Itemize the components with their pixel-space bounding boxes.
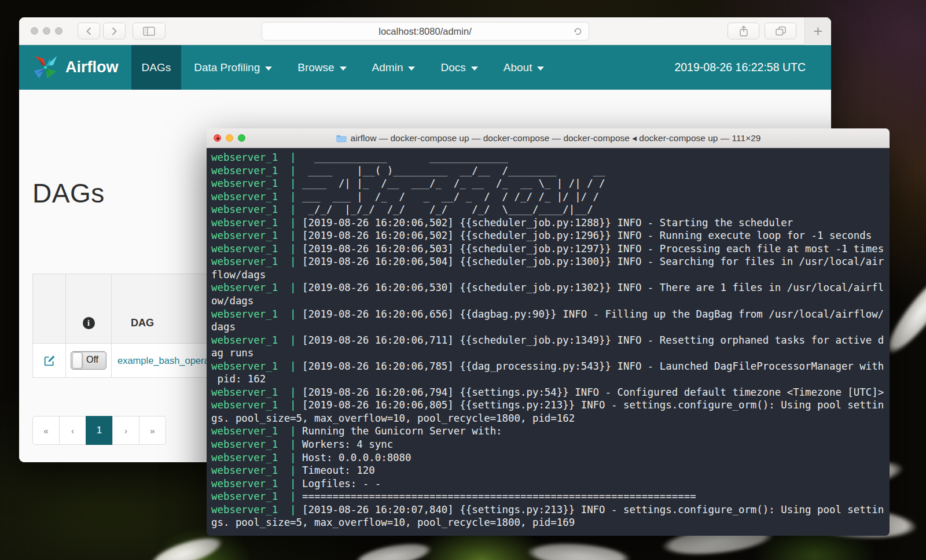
dag-pause-toggle[interactable]: Off [71,351,106,370]
zoom-window-button[interactable] [55,27,63,35]
info-icon[interactable]: i [83,317,95,329]
chevron-left-icon [86,27,92,36]
share-icon [738,25,749,37]
dag-link[interactable]: example_bash_operator [112,355,221,366]
log-prefix: webserver_1 | [211,191,302,202]
reload-icon[interactable] [572,26,583,37]
log-prefix: webserver_1 | [211,243,302,255]
nav-item-dags[interactable]: DAGs [131,45,182,90]
log-text: Running the Gunicorn Server with: [302,425,502,437]
log-prefix: webserver_1 | [211,399,302,411]
log-text: pid: 162 [211,373,266,385]
log-prefix: webserver_1 | [211,217,302,229]
page-title: DAGs [32,178,105,209]
terminal-window: airflow — docker-compose up — docker-com… [207,128,890,536]
terminal-log-line: webserver_1 | Workers: 4 sync [211,438,890,451]
airflow-brand-label: Airflow [65,58,119,76]
share-button[interactable] [727,23,759,39]
log-prefix: webserver_1 | [211,334,302,346]
browser-toolbar: localhost:8080/admin/ [19,17,831,45]
log-text: [2019-08-26 16:20:06,785] {{dag_processi… [302,360,884,372]
terminal-log-line: webserver_1 | [2019-08-26 16:20:06,502] … [211,216,890,230]
terminal-log-line: webserver_1 | [2019-08-26 16:20:06,656] … [211,308,890,321]
log-text: ___ ___ | /_ / _ __/ _ / / /_/ /_ |/ |/ … [302,191,599,202]
nav-item-browse[interactable]: Browse [285,45,359,90]
log-prefix: webserver_1 | [211,308,302,320]
tab-overview-button[interactable] [765,23,796,39]
log-text: [2019-08-26 16:20:06,502] {{scheduler_jo… [302,230,872,241]
terminal-log-line: pid: 162 [211,373,890,386]
terminal-log-line: webserver_1 | ____ /| |_ /__ ___/_ /_ __… [211,177,890,190]
nav-item-label: DAGs [142,61,171,74]
log-text: _/_/ |_/_/ /_/ /_/ /_/ \____/____/|__/ [302,204,593,215]
log-prefix: webserver_1 | [211,204,302,215]
log-text: dags [211,321,236,333]
terminal-output[interactable]: webserver_1 | ____________ _____________… [207,148,890,536]
log-prefix: webserver_1 | [211,465,302,476]
close-window-button[interactable] [214,134,221,142]
log-prefix: webserver_1 | [211,256,302,267]
page-prev-button[interactable]: ‹ [59,416,86,445]
terminal-window-controls [214,134,245,142]
log-text: gs. pool_size=5, max_overflow=10, pool_r… [211,412,575,424]
airflow-logo-icon [32,54,59,81]
log-text: ____ /| |_ /__ ___/_ /_ __ /_ __ \_ | /|… [302,178,605,189]
log-text: [2019-08-26 16:20:07,840] {{settings.py:… [302,504,884,515]
log-text: Timeout: 120 [302,465,375,476]
log-text: [2019-08-26 16:20:06,504] {{scheduler_jo… [302,256,884,267]
nav-item-label: Data Profiling [194,61,260,74]
forward-button[interactable] [103,23,126,39]
log-prefix: webserver_1 | [211,230,302,241]
terminal-titlebar: airflow — docker-compose up — docker-com… [207,128,890,148]
nav-item-admin[interactable]: Admin [359,45,428,90]
log-text: ========================================… [302,491,696,502]
toggle-knob [72,352,82,369]
terminal-log-line: webserver_1 | [2019-08-26 16:20:06,711] … [211,334,890,347]
terminal-log-line: webserver_1 | _/_/ |_/_/ /_/ /_/ /_/ \__… [211,203,890,216]
new-tab-button[interactable]: + [804,17,831,45]
minimize-window-button[interactable] [43,27,50,35]
log-prefix: webserver_1 | [211,386,302,398]
back-button[interactable] [78,23,100,39]
nav-item-docs[interactable]: Docs [428,45,490,90]
chevron-down-icon [340,67,347,71]
page-1-button[interactable]: 1 [86,416,113,445]
nav-item-about[interactable]: About [491,45,557,90]
terminal-log-line: dags [211,320,890,334]
header-edit-column [33,274,66,343]
terminal-log-line: webserver_1 | [2019-08-26 16:20:06,502] … [211,229,890,242]
terminal-log-line: webserver_1 | [2019-08-26 16:20:06,785] … [211,360,890,373]
terminal-log-line: webserver_1 | [2019-08-26 16:20:06,805] … [211,399,890,412]
header-info-column: i [66,274,112,343]
terminal-title: airflow — docker-compose up — docker-com… [351,133,761,143]
log-prefix: webserver_1 | [211,178,302,189]
terminal-log-line: flow/dags [211,268,890,282]
page-next-button[interactable]: › [112,416,139,445]
page-first-button[interactable]: « [32,416,60,445]
log-prefix: webserver_1 | [211,504,302,515]
log-text: [2019-08-26 16:20:06,711] {{scheduler_jo… [302,334,884,346]
page-last-button[interactable]: » [139,416,166,445]
log-prefix: webserver_1 | [211,491,302,502]
close-window-button[interactable] [31,27,38,35]
zoom-window-button[interactable] [238,134,245,142]
terminal-log-line: webserver_1 | Timeout: 120 [211,464,890,477]
log-prefix: webserver_1 | [211,439,302,450]
log-text: [2019-08-26 16:20:06,503] {{scheduler_jo… [302,243,884,255]
address-bar[interactable]: localhost:8080/admin/ [262,22,589,40]
nav-item-data-profiling[interactable]: Data Profiling [181,45,285,90]
terminal-log-line: ag runs [211,347,890,360]
log-prefix: webserver_1 | [211,360,302,372]
log-text: ow/dags [211,295,253,307]
airflow-brand[interactable]: Airflow [32,45,119,90]
hide-paused-dags-link[interactable]: Hide Paused DAGs [32,461,133,462]
terminal-log-line: ow/dags [211,294,890,308]
terminal-log-line: webserver_1 | Running the Gunicorn Serve… [211,425,890,438]
log-text: gs. pool_size=5, max_overflow=10, pool_r… [211,517,575,528]
edit-dag-icon[interactable] [43,355,56,367]
log-text: Host: 0.0.0.0:8080 [302,452,411,463]
desktop: localhost:8080/admin/ [0,0,926,560]
minimize-window-button[interactable] [226,134,233,142]
pause-toggle-cell: Off [66,344,112,377]
sidebar-button[interactable] [133,23,166,39]
